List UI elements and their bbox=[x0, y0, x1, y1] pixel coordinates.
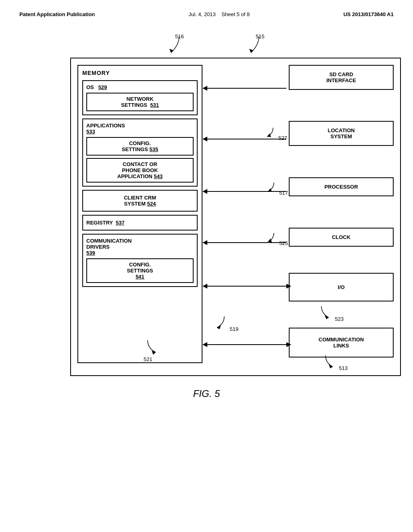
ref-513: 513 bbox=[321, 355, 348, 371]
ref-519: 519 bbox=[212, 316, 238, 332]
arrow-processor bbox=[202, 187, 291, 196]
applications-box: APPLICATIONS533 CONFIG.SETTINGS 535 CONT… bbox=[82, 118, 198, 187]
arrow-519 bbox=[212, 316, 228, 331]
arrow-515 bbox=[247, 37, 271, 57]
page: Patent Application Publication Jul. 4, 2… bbox=[0, 0, 413, 532]
config-settings-535-box: CONFIG.SETTINGS 535 bbox=[86, 137, 194, 156]
location-system-box: LOCATIONSYSTEM bbox=[289, 121, 394, 146]
arrow-521 bbox=[144, 340, 164, 356]
ref-523: 523 bbox=[317, 306, 344, 322]
clock-box: CLOCK bbox=[289, 228, 394, 247]
config-settings-541-box: CONFIG.SETTINGS541 bbox=[86, 258, 194, 283]
arrow-io bbox=[202, 281, 291, 291]
header-left: Patent Application Publication bbox=[19, 11, 95, 17]
processor-box: PROCESSOR bbox=[289, 177, 394, 196]
contact-phone-box: CONTACT ORPHONE BOOKAPPLICATION 543 bbox=[86, 158, 194, 183]
header: Patent Application Publication Jul. 4, 2… bbox=[0, 0, 413, 21]
arrow-comm-links bbox=[202, 340, 291, 349]
fig-label: FIG. 5 bbox=[0, 388, 413, 399]
comm-drivers-label: COMMUNICATIONDRIVERS539 bbox=[86, 238, 194, 256]
outer-box: MEMORY OS 529 NETWORKSETTINGS 531 APPLIC… bbox=[70, 58, 401, 376]
memory-label: MEMORY bbox=[82, 70, 198, 76]
svg-marker-12 bbox=[202, 240, 207, 245]
memory-box: MEMORY OS 529 NETWORKSETTINGS 531 APPLIC… bbox=[77, 65, 202, 363]
svg-marker-21 bbox=[286, 342, 291, 347]
svg-marker-19 bbox=[202, 342, 207, 347]
sd-card-box: SD CARDINTERFACE bbox=[289, 65, 394, 90]
svg-marker-9 bbox=[202, 189, 207, 194]
svg-marker-14 bbox=[202, 284, 207, 289]
header-center: Jul. 4, 2013 Sheet 5 of 8 bbox=[188, 11, 250, 17]
io-box: I/O bbox=[289, 273, 394, 301]
client-crm-box: CLIENT CRMSYSTEM 524 bbox=[82, 190, 198, 212]
arrow-516 bbox=[167, 37, 191, 57]
svg-marker-3 bbox=[202, 86, 207, 91]
arrow-location bbox=[202, 134, 291, 144]
network-settings-box: NETWORKSETTINGS 531 bbox=[86, 93, 194, 111]
comm-links-box: COMMUNICATIONLINKS bbox=[289, 328, 394, 357]
os-label: OS 529 bbox=[86, 84, 194, 90]
os-box: OS 529 NETWORKSETTINGS 531 bbox=[82, 80, 198, 115]
arrow-513 bbox=[321, 355, 338, 370]
arrow-523 bbox=[317, 306, 334, 321]
svg-marker-1 bbox=[249, 49, 253, 53]
svg-marker-0 bbox=[169, 49, 173, 53]
arrow-clock bbox=[202, 238, 291, 247]
ref-521: 521 bbox=[144, 340, 164, 362]
header-right: US 2013/0173640 A1 bbox=[343, 11, 394, 17]
svg-marker-16 bbox=[286, 284, 291, 289]
svg-marker-6 bbox=[202, 137, 207, 141]
registry-box: REGISTRY 537 bbox=[82, 215, 198, 231]
applications-label: APPLICATIONS533 bbox=[86, 123, 194, 135]
arrow-sd-card bbox=[202, 83, 291, 93]
comm-drivers-box: COMMUNICATIONDRIVERS539 CONFIG.SETTINGS5… bbox=[82, 234, 198, 287]
diagram-area: 516 515 MEMORY OS 529 bbox=[58, 33, 413, 376]
